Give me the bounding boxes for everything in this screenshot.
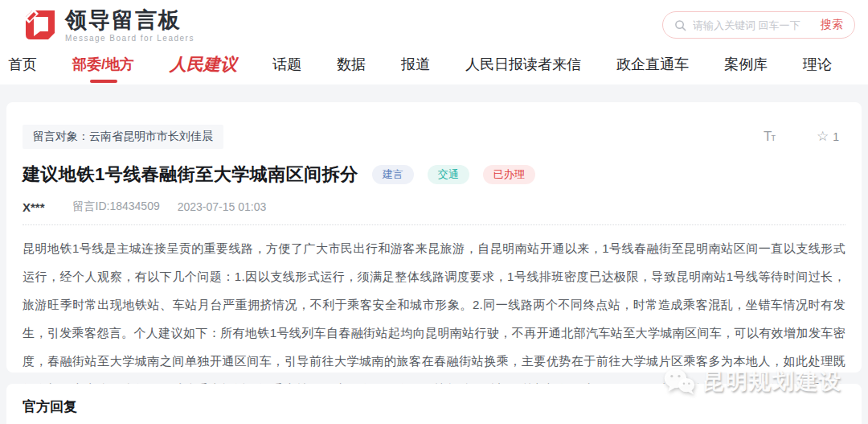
- star-favorite[interactable]: ☆ 1: [817, 128, 839, 145]
- nav-item-topics[interactable]: 话题: [272, 50, 301, 84]
- star-icon: ☆: [817, 128, 829, 145]
- nav-item-ministries-local[interactable]: 部委/地方: [72, 50, 134, 84]
- card-tools: Tт ☆ 1: [764, 128, 839, 145]
- nav-item-gov-business-express[interactable]: 政企直通车: [616, 50, 689, 84]
- message-meta: X*** 留言ID:18434509 2023-07-15 01:03: [23, 200, 845, 225]
- nav-item-theory[interactable]: 理论: [803, 50, 832, 84]
- star-count: 1: [833, 130, 839, 143]
- nav-item-case-library[interactable]: 案例库: [724, 50, 768, 84]
- message-timestamp: 2023-07-15 01:03: [178, 200, 267, 213]
- official-reply-title: 官方回复: [23, 397, 845, 416]
- message-target: 留言对象：云南省昆明市市长刘佳晨: [23, 125, 223, 149]
- title-row: 建议地铁1号线春融街至大学城南区间拆分 建言 交通 已办理: [23, 163, 845, 187]
- message-board-logo-icon: [23, 7, 58, 43]
- site-subtitle: Message Board for Leaders: [65, 34, 194, 43]
- nav-item-label: 部委/地方: [72, 56, 134, 72]
- site-logo[interactable]: 领导留言板 Message Board for Leaders: [23, 7, 194, 43]
- active-tab-underline: [90, 80, 117, 83]
- tag-traffic[interactable]: 交通: [428, 165, 469, 184]
- content-background: 留言对象：云南省昆明市市长刘佳晨 Tт ☆ 1 建议地铁1号线春融街至大学城南区…: [0, 84, 868, 424]
- nav-item-reader-letters[interactable]: 人民日报读者来信: [465, 50, 581, 84]
- message-id: 留言ID:18434509: [73, 200, 160, 214]
- search-button[interactable]: 搜索: [821, 18, 843, 32]
- page: 领导留言板 Message Board for Leaders 搜索 首页 部委…: [0, 0, 868, 424]
- nav-item-reports[interactable]: 报道: [401, 50, 430, 84]
- tag-suggestion[interactable]: 建言: [372, 165, 414, 184]
- font-size-toggle[interactable]: Tт: [764, 129, 775, 145]
- main-nav: 首页 部委/地方 人民建议 话题 数据 报道 人民日报读者来信 政企直通车 案例…: [0, 50, 868, 84]
- search-bar: 搜索: [662, 11, 855, 39]
- nav-item-people-suggestions[interactable]: 人民建议: [170, 50, 237, 84]
- nav-item-home[interactable]: 首页: [8, 50, 37, 84]
- author-name: X***: [23, 200, 45, 214]
- search-input[interactable]: [693, 19, 821, 31]
- message-title: 建议地铁1号线春融街至大学城南区间拆分: [23, 163, 358, 187]
- tag-status-handled[interactable]: 已办理: [483, 165, 535, 184]
- header: 领导留言板 Message Board for Leaders 搜索: [0, 0, 868, 50]
- official-reply-card: 官方回复: [6, 384, 862, 424]
- nav-item-data[interactable]: 数据: [337, 50, 366, 84]
- site-title: 领导留言板: [65, 8, 194, 32]
- message-card: 留言对象：云南省昆明市市长刘佳晨 Tт ☆ 1 建议地铁1号线春融街至大学城南区…: [6, 102, 862, 373]
- search-icon: [674, 19, 686, 31]
